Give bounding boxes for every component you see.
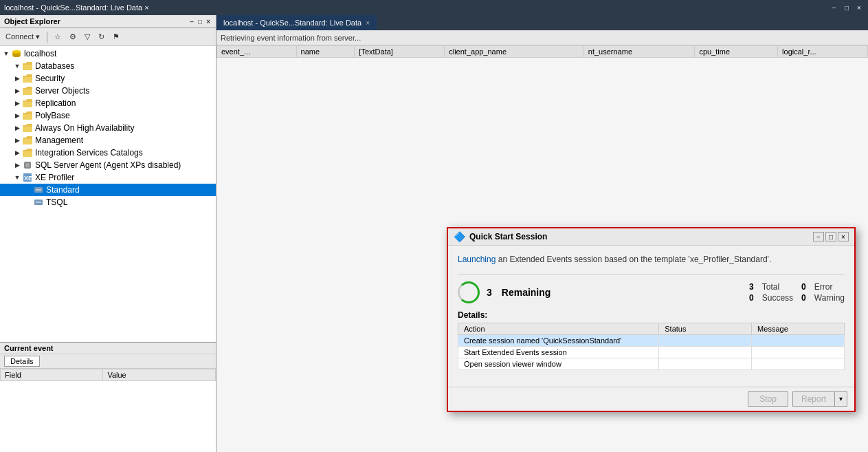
tree-item[interactable]: ▶Always On High Availability [0,122,216,134]
tree-icon [33,197,44,208]
tree-icon: XE [22,172,33,183]
remaining-label: Remaining [502,287,551,298]
stop-button[interactable]: Stop [748,391,788,407]
tree-expander[interactable]: ▶ [12,162,22,169]
actions-table: ActionStatusMessage Create session named… [458,323,845,370]
new-query-button[interactable]: ☆ [52,31,64,43]
filter-button[interactable]: ⚙ [67,31,79,43]
main-tab[interactable]: localhost - QuickSe...Standard: Live Dat… [216,15,377,30]
connect-button[interactable]: Connect ▾ [3,31,43,43]
data-grid-column-header: logical_r... [778,46,868,58]
data-grid-column-header: name [296,46,355,58]
panel-float-button[interactable]: □ [197,18,203,25]
tab-details[interactable]: Details [4,356,40,367]
tree-item[interactable]: ▶Server Objects [0,85,216,97]
tree-item-label: PolyBase [35,111,70,120]
success-label: Success [762,293,793,303]
tree-icon [22,135,33,146]
tree-expander[interactable]: ▶ [12,137,22,144]
object-explorer-panel: Object Explorer − □ × Connect ▾ ☆ ⚙ ▽ ↻ … [0,15,216,452]
actions-column-header: Status [659,323,752,334]
tree-expander[interactable]: ▼ [12,63,22,69]
tree-expander[interactable]: ▶ [12,100,22,107]
stop-button[interactable]: ⚑ [110,31,122,43]
tree-expander[interactable]: ▼ [12,174,22,181]
svg-point-1 [12,50,21,53]
tree-item[interactable]: ▼localhost [0,47,216,60]
current-event-panel: Current event Details Field Value [0,342,216,452]
launching-highlight: Launching [458,255,496,264]
tree-item[interactable]: ▼XEXE Profiler [0,171,216,184]
toolbar-separator-1 [47,32,47,43]
success-count: 0 [749,293,754,303]
tree-icon [22,73,33,84]
main-title-bar: localhost - QuickSe...Standard: Live Dat… [0,0,868,15]
modal-win-controls: − □ × [813,232,849,241]
modal-desc-rest: an Extended Events session based on the … [498,255,772,264]
error-label: Error [814,282,845,292]
tree-expander[interactable]: ▶ [12,112,22,119]
tree-item-label: TSQL [46,197,67,207]
tree-item[interactable]: ▶SQL Server Agent (Agent XPs disabled) [0,159,216,171]
tree-expander[interactable]: ▶ [12,87,22,94]
report-button-main[interactable]: Report [792,391,834,407]
action-cell: Open session viewer window [458,358,659,369]
action-cell: Create session named 'QuickSessionStanda… [458,334,659,346]
modal-icon: 🔷 [454,231,465,242]
report-button-split[interactable]: Report ▾ [792,391,847,407]
object-explorer-title: Object Explorer [4,17,60,25]
close-button[interactable]: × [854,3,864,12]
action-row[interactable]: Start Extended Events session [458,346,845,358]
object-explorer-titlebar: Object Explorer − □ × [0,15,216,28]
action-row[interactable]: Create session named 'QuickSessionStanda… [458,334,845,346]
tree-expander[interactable]: ▶ [12,125,22,131]
tree-item[interactable]: ▶Management [0,134,216,147]
data-grid-column-header: nt_username [583,46,695,58]
modal-close-button[interactable]: × [838,232,849,241]
tree-expander[interactable]: ▶ [12,75,22,82]
modal-minimize-button[interactable]: − [813,232,824,241]
action-row[interactable]: Open session viewer window [458,358,845,369]
details-grid: Field Value [0,369,216,452]
total-count: 3 [749,282,754,292]
tree-item[interactable]: Standard [0,184,216,196]
status-cell [659,358,752,369]
remaining-count: 3 [487,287,492,298]
object-explorer-tree: ▼localhost▼Databases▶Security▶Server Obj… [0,46,216,342]
tree-item-label: SQL Server Agent (Agent XPs disabled) [35,160,181,170]
message-cell [752,346,845,358]
status-cell [659,334,752,346]
tree-icon [22,160,33,171]
filter-settings-button[interactable]: ▽ [82,31,93,43]
field-column-header: Field [1,369,103,381]
tree-item[interactable]: ▶PolyBase [0,109,216,122]
tree-item-label: Always On High Availability [35,123,135,133]
tree-item[interactable]: ▶Security [0,72,216,85]
tree-item[interactable]: TSQL [0,196,216,208]
tree-icon [22,147,33,158]
tab-close-button[interactable]: × [366,19,370,27]
tree-icon [11,48,22,59]
minimize-button[interactable]: − [830,3,839,12]
error-count: 0 [801,282,806,292]
panel-pin-button[interactable]: − [188,18,195,25]
panel-controls: − □ × [188,18,212,25]
modal-maximize-button[interactable]: □ [825,232,836,241]
report-dropdown-arrow[interactable]: ▾ [834,391,847,407]
quick-start-dialog[interactable]: 🔷 Quick Start Session − □ × Launching an… [447,227,856,412]
tree-item[interactable]: ▼Databases [0,60,216,72]
maximize-button[interactable]: □ [842,3,852,12]
data-grid-column-header: [TextData] [355,46,445,58]
tree-item-label: Databases [35,61,74,71]
actions-column-header: Action [458,323,659,334]
tree-item[interactable]: ▶Integration Services Catalogs [0,147,216,159]
tree-item[interactable]: ▶Replication [0,97,216,109]
refresh-button[interactable]: ↻ [96,31,107,43]
tree-expander[interactable]: ▼ [1,50,11,57]
panel-close-button[interactable]: × [205,18,212,25]
progress-stats: 3 Total 0 Error 0 Success 0 Warning [749,282,845,303]
tree-expander[interactable]: ▶ [12,149,22,156]
modal-body: Launching an Extended Events session bas… [448,246,854,387]
tree-item-label: localhost [24,49,56,58]
main-title-text: localhost - QuickSe...Standard: Live Dat… [4,3,830,12]
